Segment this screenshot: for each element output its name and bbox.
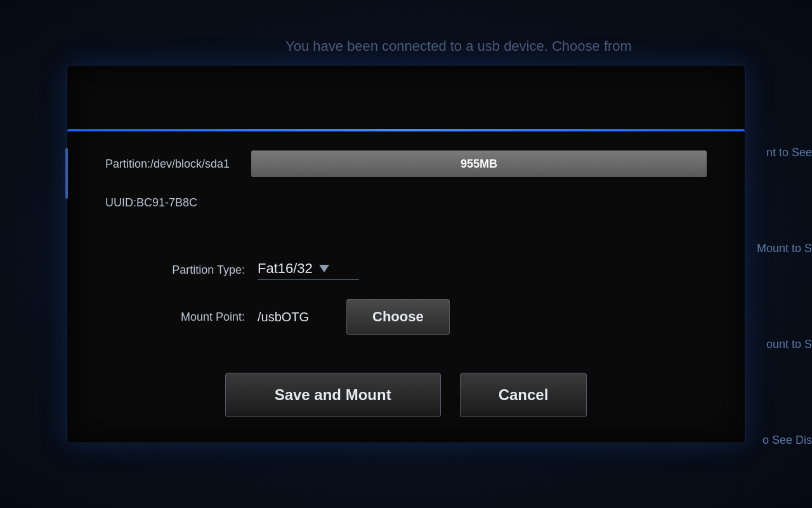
save-and-mount-button[interactable]: Save and Mount xyxy=(225,373,441,417)
dialog-overlay: Partition:/dev/block/sda1 955MB UUID:BC9… xyxy=(0,0,812,508)
partition-type-label: Partition Type: xyxy=(105,264,245,277)
mount-point-label: Mount Point: xyxy=(105,311,245,324)
partition-type-value: Fat16/32 xyxy=(258,260,359,280)
spacer xyxy=(105,229,707,241)
cancel-button[interactable]: Cancel xyxy=(460,373,587,417)
dialog: Partition:/dev/block/sda1 955MB UUID:BC9… xyxy=(67,65,745,443)
dropdown-arrow-icon[interactable] xyxy=(319,265,329,272)
mount-point-value: /usbOTG xyxy=(258,310,334,324)
partition-label: Partition:/dev/block/sda1 xyxy=(105,157,232,171)
dialog-content: Partition:/dev/block/sda1 955MB UUID:BC9… xyxy=(67,131,745,354)
choose-button[interactable]: Choose xyxy=(346,299,450,335)
partition-type-field-row: Partition Type: Fat16/32 xyxy=(105,260,707,280)
partition-type-text: Fat16/32 xyxy=(258,260,313,277)
left-indicator xyxy=(65,148,68,199)
mount-point-field-row: Mount Point: /usbOTG Choose xyxy=(105,299,707,335)
uuid-row: UUID:BC91-7B8C xyxy=(105,196,707,210)
uuid-text: UUID:BC91-7B8C xyxy=(105,196,197,209)
partition-row: Partition:/dev/block/sda1 955MB xyxy=(105,150,707,177)
partition-size-bar: 955MB xyxy=(251,150,707,177)
partition-size-text: 955MB xyxy=(461,157,497,171)
dialog-buttons: Save and Mount Cancel xyxy=(67,373,745,417)
